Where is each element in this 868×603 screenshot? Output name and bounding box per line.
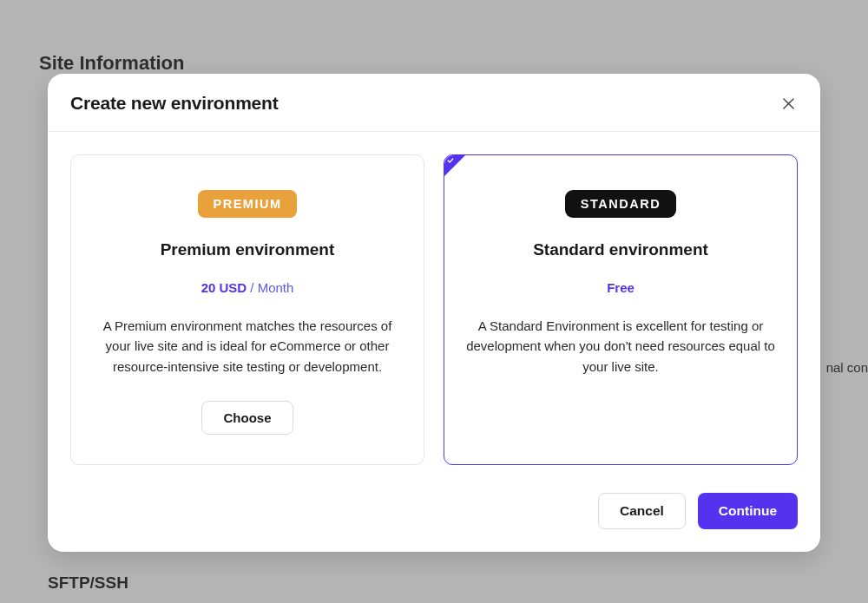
check-icon <box>447 157 454 164</box>
plan-description-premium: A Premium environment matches the resour… <box>92 316 403 377</box>
plan-price-suffix: / Month <box>247 280 293 295</box>
plan-card-standard[interactable]: STANDARD Standard environment Free A Sta… <box>444 154 798 465</box>
plan-price-standard: Free <box>607 280 635 295</box>
choose-premium-button[interactable]: Choose <box>201 401 293 435</box>
plan-description-standard: A Standard Environment is excellent for … <box>465 316 776 377</box>
plan-card-premium[interactable]: PREMIUM Premium environment 20 USD / Mon… <box>70 154 424 465</box>
plan-price-value: 20 USD <box>201 280 247 295</box>
modal-footer: Cancel Continue <box>48 474 820 552</box>
modal-header: Create new environment <box>48 74 820 132</box>
modal-overlay: Create new environment PREMIUM Premium e… <box>0 0 868 603</box>
plan-title-premium: Premium environment <box>161 240 335 259</box>
modal-title: Create new environment <box>70 93 279 114</box>
plan-price-value: Free <box>607 280 635 295</box>
continue-button[interactable]: Continue <box>698 493 798 529</box>
premium-badge: PREMIUM <box>198 190 298 218</box>
close-button[interactable] <box>779 94 798 113</box>
plan-price-premium: 20 USD / Month <box>201 280 294 295</box>
close-icon <box>783 98 794 109</box>
standard-badge: STANDARD <box>565 190 676 218</box>
modal-body: PREMIUM Premium environment 20 USD / Mon… <box>48 132 820 474</box>
create-environment-modal: Create new environment PREMIUM Premium e… <box>48 74 820 552</box>
cancel-button[interactable]: Cancel <box>598 493 686 529</box>
plan-title-standard: Standard environment <box>533 240 708 259</box>
